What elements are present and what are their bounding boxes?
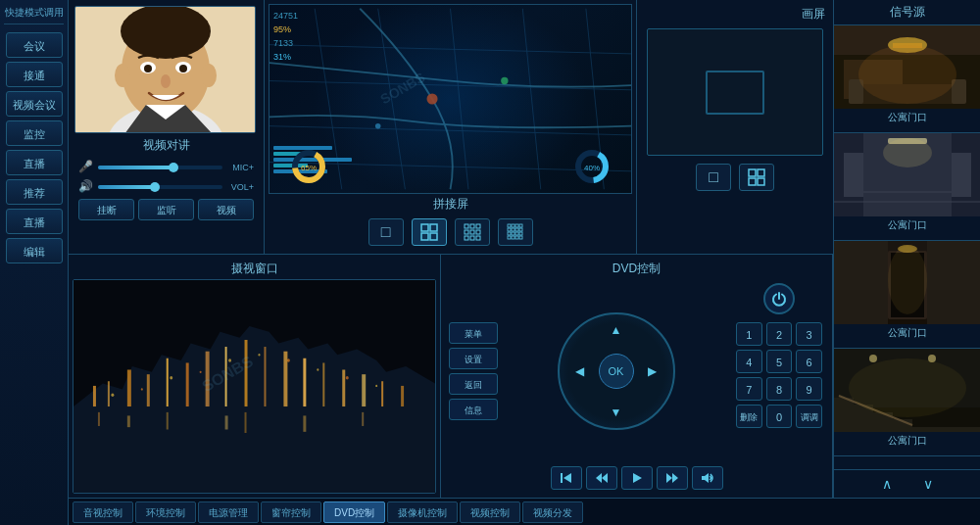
tab-cam[interactable]: 摄像机控制 [387, 501, 458, 523]
dvd-play-btn[interactable] [621, 466, 653, 490]
signal-nav: ∧ ∨ [834, 469, 980, 498]
tab-curtain[interactable]: 窗帘控制 [261, 501, 321, 523]
svg-rect-59 [749, 169, 756, 176]
sidebar-item-zhaiye[interactable]: 直播 [6, 209, 63, 234]
monitor-placeholder-inner [706, 71, 764, 115]
dvd-fastforward-btn[interactable] [657, 466, 688, 490]
dvd-volume-btn[interactable] [692, 466, 723, 490]
svg-rect-52 [512, 232, 514, 235]
right-sidebar: 信号源 [833, 0, 980, 498]
dvd-num-3[interactable]: 3 [796, 322, 822, 346]
dvd-num-9[interactable]: 9 [796, 377, 822, 401]
dvd-info-btn[interactable]: 信息 [449, 399, 498, 420]
signal-item-3[interactable]: 公寓门口 [834, 241, 980, 349]
dvd-num-0[interactable]: 0 [766, 405, 793, 428]
dvd-num-7[interactable]: 7 [736, 377, 762, 401]
vol-slider-track[interactable] [98, 185, 222, 189]
dvd-back-btn[interactable]: 返回 [449, 373, 498, 395]
sidebar-item-jietong[interactable]: 接通 [6, 62, 63, 87]
dvd-num-6[interactable]: 6 [796, 350, 822, 373]
svg-point-22 [501, 77, 508, 84]
sidebar-item-jiankong[interactable]: 监控 [6, 120, 63, 146]
map-stat-1: 24751 [273, 9, 298, 23]
sidebar-item-bianji[interactable]: 编辑 [6, 238, 63, 263]
screen-section: 画屏 □ [637, 0, 833, 254]
cam-window: 摄视窗口 [69, 255, 441, 498]
svg-rect-47 [508, 228, 511, 231]
signal-item-1[interactable]: 公寓门口 [834, 25, 980, 133]
dvd-ok-btn[interactable]: OK [599, 354, 634, 389]
dvd-prev-btn[interactable] [551, 466, 582, 490]
svg-rect-45 [515, 224, 518, 227]
dvd-num-2[interactable]: 2 [766, 322, 793, 346]
dvd-num-5[interactable]: 5 [766, 350, 793, 373]
dvd-nav-area: ▲ ▼ ◀ ▶ OK [502, 279, 730, 462]
monitor-quad-btn[interactable] [739, 164, 774, 191]
splicing-single-btn[interactable]: □ [368, 218, 404, 246]
svg-rect-43 [508, 224, 511, 227]
tab-env[interactable]: 环境控制 [135, 501, 196, 523]
svg-rect-32 [421, 233, 428, 240]
splicing-quad-btn[interactable] [412, 218, 447, 246]
room-image-4 [834, 349, 980, 432]
sidebar-item-huiyi[interactable]: 会议 [6, 32, 63, 58]
dvd-nav-up[interactable]: ▲ [602, 320, 631, 340]
monitor-single-btn[interactable]: □ [696, 164, 731, 191]
dvd-nav-left[interactable]: ◀ [565, 361, 595, 381]
signal-label-1: 公寓门口 [834, 109, 980, 126]
svg-rect-44 [512, 224, 514, 227]
svg-rect-98 [362, 412, 364, 426]
intercom-controls: 🎤 MIC+ 🔊 [74, 158, 258, 197]
signal-item-4[interactable]: 公寓门口 [834, 349, 980, 456]
tab-dvd[interactable]: DVD控制 [323, 501, 385, 523]
tab-dist[interactable]: 视频分发 [522, 501, 583, 523]
dvd-menu-btn[interactable]: 菜单 [449, 322, 498, 344]
listen-btn[interactable]: 监听 [138, 199, 194, 220]
svg-rect-38 [470, 230, 474, 234]
tab-power[interactable]: 电源管理 [198, 501, 259, 523]
svg-rect-33 [430, 233, 437, 240]
signal-item-2[interactable]: 公寓门口 [834, 133, 980, 241]
monitor-btns: □ [641, 160, 829, 195]
top-area: 视频对讲 🎤 MIC+ 🔊 [69, 0, 833, 255]
signal-label-2: 公寓门口 [834, 216, 980, 234]
cam-section: 视频对讲 🎤 MIC+ 🔊 [69, 0, 265, 254]
splicing-sixteen-btn[interactable] [498, 218, 533, 246]
dvd-delete-btn[interactable]: 删除 [736, 405, 762, 428]
hangup-btn[interactable]: 挂断 [78, 199, 134, 220]
dvd-nav-circle: ▲ ▼ ◀ ▶ OK [558, 312, 675, 430]
sidebar-item-tuijian[interactable]: 推荐 [6, 179, 63, 205]
mic-slider-fill [98, 166, 172, 169]
dvd-power-btn[interactable] [763, 283, 795, 314]
sidebar-item-zhibo[interactable]: 直播 [6, 150, 63, 175]
dvd-settings-btn[interactable]: 设置 [449, 348, 498, 369]
tab-tv[interactable]: 音视控制 [73, 501, 133, 523]
svg-marker-106 [702, 473, 709, 483]
splicing-nine-btn[interactable] [455, 218, 490, 246]
signal-prev-btn[interactable]: ∧ [876, 474, 898, 494]
svg-rect-41 [470, 236, 474, 240]
dvd-num-8[interactable]: 8 [766, 377, 793, 401]
svg-rect-65 [93, 386, 96, 406]
mic-slider-track[interactable] [98, 166, 222, 169]
dvd-num-4[interactable]: 4 [736, 350, 762, 373]
video-btn[interactable]: 视频 [198, 199, 254, 220]
tab-video[interactable]: 视频控制 [460, 501, 520, 523]
svg-point-138 [849, 358, 966, 417]
svg-rect-66 [108, 381, 110, 406]
dvd-rewind-btn[interactable] [586, 466, 617, 490]
svg-line-13 [378, 9, 406, 190]
splicing-label: 拼接屏 [269, 194, 632, 215]
dvd-num-1[interactable]: 1 [736, 322, 762, 346]
dvd-nav-down[interactable]: ▼ [602, 403, 631, 422]
svg-rect-51 [508, 232, 511, 235]
sidebar-item-shipin-huiyi[interactable]: 视频会议 [6, 91, 63, 117]
dvd-adjust-btn[interactable]: 调调 [796, 405, 822, 428]
dvd-nav-right[interactable]: ▶ [638, 361, 667, 381]
svg-point-88 [287, 358, 290, 362]
svg-point-8 [179, 65, 187, 72]
signal-next-btn[interactable]: ∨ [917, 474, 939, 494]
svg-rect-76 [303, 358, 306, 406]
svg-point-11 [201, 64, 217, 87]
svg-rect-40 [465, 236, 468, 240]
